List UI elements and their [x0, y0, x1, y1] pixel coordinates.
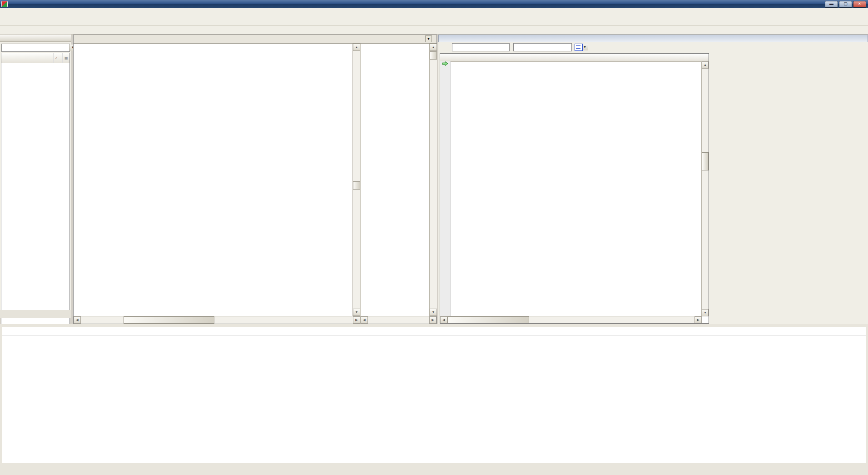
scrollbar-thumb[interactable] [353, 181, 360, 190]
title-bar: ▬ ▢ × [0, 0, 868, 8]
app-icon [1, 1, 8, 7]
scroll-right-icon[interactable]: ▶ [353, 316, 360, 324]
code-editor[interactable] [74, 44, 352, 316]
scroll-right-icon[interactable]: ▶ [429, 316, 436, 324]
view-mode-dropdown[interactable]: ▼ [513, 43, 572, 51]
scroll-left-icon[interactable]: ◀ [361, 316, 368, 324]
disassembly-title-bar[interactable] [438, 35, 868, 42]
disassembly-context-icon[interactable] [575, 44, 583, 51]
disassembly-vertical-scrollbar[interactable]: ▲ ▼ [701, 61, 709, 316]
scrollbar-thumb[interactable] [447, 316, 529, 323]
output-column-icon: ▦ [64, 56, 68, 60]
disassembly-column-header [440, 54, 709, 62]
files-tree [1, 63, 69, 325]
editor-second-vertical-scrollbar[interactable]: ▲ ▼ [429, 44, 437, 316]
scrollbar-thumb[interactable] [430, 51, 437, 60]
scroll-left-icon[interactable]: ◀ [74, 316, 81, 324]
debug-toolbar [0, 26, 868, 35]
build-status-column-icon: ✓ [55, 56, 58, 60]
goto-input[interactable] [452, 44, 520, 50]
goto-combobox[interactable]: ▼ [452, 43, 510, 51]
workspace-panel: ▼ ✓ ▦ [0, 35, 71, 318]
menu-bar [0, 8, 868, 16]
editor-horizontal-scrollbar[interactable]: ◀ ▶ [74, 316, 360, 324]
editor-tab-bar [74, 35, 436, 44]
scroll-down-icon[interactable]: ▼ [702, 309, 709, 316]
disassembly-listing[interactable] [450, 61, 702, 316]
disassembly-gutter [440, 61, 451, 316]
execution-point-arrow-icon [442, 61, 448, 66]
editor-vertical-scrollbar[interactable]: ▲ ▼ [352, 44, 360, 316]
disassembly-panel: ▼ ▼ ▲ ▼ ◀ ▶ [438, 35, 868, 324]
workspace-tabs [0, 310, 71, 318]
scroll-left-icon[interactable]: ◀ [440, 316, 447, 323]
configuration-value [2, 45, 69, 51]
maximize-button[interactable]: ▢ [839, 1, 852, 8]
chevron-down-icon[interactable]: ▼ [425, 35, 432, 42]
editor-split-pane-blank [360, 44, 430, 316]
log-window [2, 327, 866, 463]
workspace-header [0, 35, 71, 42]
close-button[interactable]: × [853, 1, 866, 8]
scrollbar-thumb[interactable] [124, 316, 214, 324]
disassembly-horizontal-scrollbar[interactable]: ◀ ▶ [440, 316, 702, 323]
configuration-dropdown[interactable]: ▼ [1, 44, 70, 52]
log-panel [0, 324, 868, 475]
disassembly-controls: ▼ ▼ [438, 42, 868, 52]
scroll-up-icon[interactable]: ▲ [430, 44, 437, 51]
files-tree-header: ✓ ▦ [1, 53, 69, 63]
scroll-up-icon[interactable]: ▲ [702, 61, 709, 69]
scrollbar-thumb[interactable] [702, 152, 709, 170]
scroll-up-icon[interactable]: ▲ [353, 44, 360, 51]
view-mode-value [514, 44, 581, 50]
files-tree-box: ✓ ▦ [1, 53, 70, 325]
scroll-down-icon[interactable]: ▼ [353, 309, 360, 316]
scroll-right-icon[interactable]: ▶ [694, 316, 702, 323]
main-toolbar [0, 15, 868, 26]
scroll-down-icon[interactable]: ▼ [430, 309, 437, 316]
minimize-button[interactable]: ▬ [825, 1, 838, 8]
editor-window: ▼ ▲ ▼ ▲ ▼ ◀ ▶ ◀ ▶ [73, 35, 437, 324]
disassembly-pane: ▲ ▼ ◀ ▶ [440, 53, 709, 324]
log-header [2, 327, 866, 336]
editor-second-horizontal-scrollbar[interactable]: ◀ ▶ [360, 316, 436, 324]
